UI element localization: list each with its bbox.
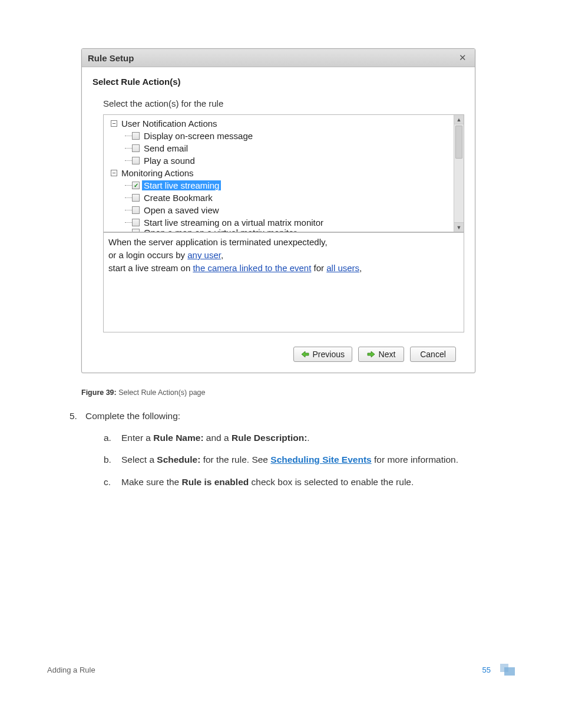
checkbox-open-saved-view[interactable] — [132, 206, 140, 214]
page-number: 55 — [482, 666, 491, 674]
checkbox-start-stream-matrix[interactable] — [132, 219, 140, 226]
figure-label: Figure 39: — [81, 388, 117, 397]
link-any-user[interactable]: any user — [187, 250, 221, 260]
tree-item-send-email[interactable]: Send email — [142, 143, 190, 153]
link-scheduling-site-events[interactable]: Scheduling Site Events — [270, 454, 371, 465]
arrow-right-icon — [367, 351, 375, 358]
svg-marker-1 — [368, 351, 375, 357]
collapse-icon[interactable]: − — [111, 170, 117, 176]
desc-line3-pre: start a live stream on — [108, 263, 193, 273]
tree-item-display-message[interactable]: Display on-screen message — [142, 131, 254, 141]
link-camera-linked[interactable]: the camera linked to the event — [193, 263, 311, 273]
actions-tree: − User Notification Actions Display on-s… — [103, 114, 464, 232]
tree-item-start-stream-matrix[interactable]: Start live streaming on a virtual matrix… — [142, 218, 325, 228]
tree-item-open-map-matrix[interactable]: Open a map on a virtual matrix monitor — [142, 229, 298, 232]
step-5-marker: 5. — [70, 411, 77, 421]
tree-item-play-sound[interactable]: Play a sound — [142, 156, 197, 166]
desc-line2-pre: or a login occurs by — [108, 250, 187, 260]
figure-caption: Figure 39: Select Rule Action(s) page — [81, 388, 515, 397]
desc-line2-post: , — [221, 250, 223, 260]
tree-group-monitoring[interactable]: Monitoring Actions — [120, 168, 196, 178]
step-5a-marker: a. — [104, 431, 113, 444]
footer-section-title: Adding a Rule — [47, 666, 95, 674]
dialog-title: Rule Setup — [88, 53, 134, 63]
checkbox-play-sound[interactable] — [132, 157, 140, 164]
page-footer: Adding a Rule 55 — [47, 664, 515, 676]
tree-group-user-notification[interactable]: User Notification Actions — [120, 118, 219, 129]
link-all-users[interactable]: all users — [326, 263, 359, 273]
cancel-button[interactable]: Cancel — [410, 347, 456, 362]
step-5c-marker: c. — [104, 475, 113, 489]
close-icon[interactable]: ✕ — [457, 52, 469, 63]
scroll-down-icon[interactable]: ▼ — [454, 222, 464, 232]
next-button[interactable]: Next — [358, 347, 404, 362]
tree-item-create-bookmark[interactable]: Create Bookmark — [142, 193, 214, 203]
dialog-heading: Select Rule Action(s) — [92, 77, 464, 87]
checkbox-start-live-streaming[interactable]: ✓ — [132, 182, 140, 189]
previous-button[interactable]: Previous — [293, 347, 352, 362]
footer-logo-icon — [497, 664, 515, 676]
desc-line3-mid: for — [311, 263, 326, 273]
arrow-left-icon — [301, 351, 309, 358]
checkbox-create-bookmark[interactable] — [132, 194, 140, 202]
cancel-label: Cancel — [420, 350, 446, 359]
checkbox-display-message[interactable] — [132, 132, 140, 140]
previous-label: Previous — [313, 350, 345, 359]
next-label: Next — [379, 350, 396, 359]
checkbox-open-map-matrix[interactable] — [132, 229, 140, 232]
figure-text: Select Rule Action(s) page — [117, 388, 206, 397]
step-5a-text: Enter a Rule Name: and a Rule Descriptio… — [121, 431, 310, 444]
tree-item-start-live-streaming[interactable]: Start live streaming — [142, 180, 221, 190]
svg-marker-0 — [302, 351, 309, 357]
step-5c-text: Make sure the Rule is enabled check box … — [121, 475, 414, 489]
tree-item-open-saved-view[interactable]: Open a saved view — [142, 205, 221, 215]
desc-line1: When the server application is terminate… — [108, 237, 328, 247]
desc-line3-post: , — [359, 263, 362, 273]
scroll-thumb[interactable] — [455, 126, 462, 159]
collapse-icon[interactable]: − — [111, 120, 117, 127]
rule-description-panel: When the server application is terminate… — [103, 232, 464, 332]
step-5b-text: Select a Schedule: for the rule. See Sch… — [121, 453, 458, 466]
step-5-text: Complete the following: — [85, 411, 180, 421]
checkbox-send-email[interactable] — [132, 144, 140, 152]
rule-setup-dialog: Rule Setup ✕ Select Rule Action(s) Selec… — [81, 48, 475, 373]
dialog-titlebar: Rule Setup ✕ — [82, 49, 475, 67]
scroll-up-icon[interactable]: ▲ — [454, 115, 464, 124]
dialog-instruction: Select the action(s) for the rule — [103, 98, 464, 108]
step-5b-marker: b. — [104, 453, 113, 466]
tree-scrollbar[interactable]: ▲ ▼ — [454, 115, 464, 232]
